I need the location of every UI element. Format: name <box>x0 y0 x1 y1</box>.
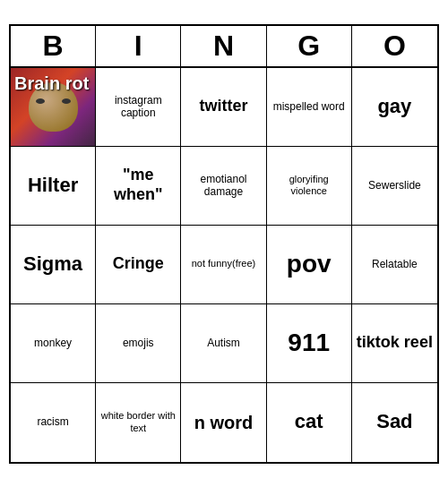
cell-cringe: Cringe <box>96 226 181 304</box>
cell-not-funny-free: not funny(free) <box>181 226 266 304</box>
cell-autism: Autism <box>181 304 266 383</box>
cell-mispelled-word: mispelled word <box>267 68 352 147</box>
cell-relatable: Relatable <box>352 226 437 304</box>
cell-white-border-with-text: white border with text <box>96 383 181 462</box>
header-b: B <box>11 26 96 66</box>
cell-me-when: "me when" <box>96 147 181 226</box>
cell-911: 911 <box>267 304 352 383</box>
cell-gay: gay <box>352 68 437 147</box>
cell-gloryifing-violence: gloryifing violence <box>267 147 352 226</box>
header-i: I <box>96 26 181 66</box>
bingo-grid: Brain rot instagram caption twitter misp… <box>11 68 437 462</box>
bingo-card: B I N G O Brain rot instagram caption tw… <box>9 24 439 464</box>
cell-racism: racism <box>11 383 96 462</box>
header-n: N <box>181 26 266 66</box>
cell-emotianol-damage: emotianol damage <box>181 147 266 226</box>
cell-tiktok-reel: tiktok reel <box>352 304 437 383</box>
cell-sigma: Sigma <box>11 226 96 304</box>
cell-sewerslide: Sewerslide <box>352 147 437 226</box>
cell-hilter: Hilter <box>11 147 96 226</box>
cell-emojis: emojis <box>96 304 181 383</box>
bingo-header: B I N G O <box>11 26 437 68</box>
cell-n-word: n word <box>181 383 266 462</box>
header-o: O <box>352 26 437 66</box>
cell-cat: cat <box>267 383 352 462</box>
cell-sad: Sad <box>352 383 437 462</box>
cell-instagram-caption: instagram caption <box>96 68 181 147</box>
cell-brain-rot: Brain rot <box>11 68 96 147</box>
cell-monkey: monkey <box>11 304 96 383</box>
brain-rot-text: Brain rot <box>14 73 89 93</box>
cell-pov: pov <box>267 226 352 304</box>
cell-twitter: twitter <box>181 68 266 147</box>
header-g: G <box>267 26 352 66</box>
